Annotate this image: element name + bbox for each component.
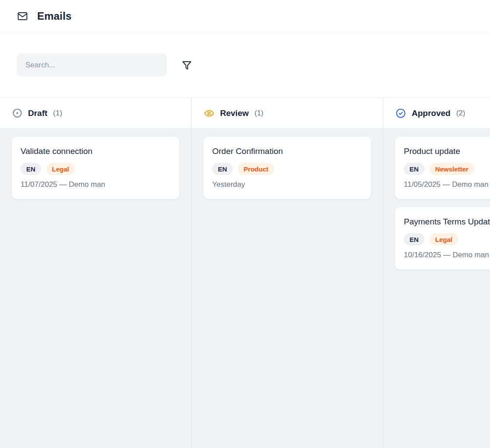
tag-badge: Newsletter [430, 163, 474, 175]
column-title: Draft [28, 108, 47, 118]
card-meta: 11/07/2025 — Demo man [21, 180, 171, 189]
filter-icon [182, 60, 192, 70]
column-draft-header: Draft (1) [0, 98, 191, 128]
email-card[interactable]: Order Confirmation EN Product Yesterday [203, 136, 371, 200]
toolbar [0, 32, 490, 98]
search-input[interactable] [17, 53, 167, 77]
card-badges: EN Newsletter [404, 163, 490, 175]
column-count: (1) [254, 109, 263, 118]
column-review-header: Review (1) [192, 98, 383, 128]
column-approved: Approved (2) Product update EN Newslette… [383, 98, 490, 448]
emails-app: Emails Draft (1) [0, 0, 490, 448]
card-meta: 10/16/2025 — Demo man [404, 251, 490, 259]
app-header: Emails [0, 0, 490, 32]
card-meta: Yesterday [212, 180, 362, 189]
column-review: Review (1) Order Confirmation EN Product… [192, 98, 383, 448]
column-approved-body: Product update EN Newsletter 11/05/2025 … [383, 128, 490, 448]
language-badge: EN [404, 233, 424, 245]
email-card[interactable]: Product update EN Newsletter 11/05/2025 … [395, 136, 490, 200]
language-badge: EN [212, 163, 233, 175]
column-title: Approved [412, 108, 451, 118]
card-badges: EN Legal [404, 233, 490, 245]
kanban-board: Draft (1) Validate connection EN Legal 1… [0, 98, 490, 448]
card-badges: EN Legal [21, 163, 171, 175]
email-card[interactable]: Validate connection EN Legal 11/07/2025 … [11, 136, 180, 200]
filter-button[interactable] [182, 60, 192, 70]
tag-badge: Product [238, 163, 274, 175]
circle-dot-icon [12, 108, 22, 118]
column-review-body: Order Confirmation EN Product Yesterday [192, 128, 383, 448]
card-badges: EN Product [212, 163, 362, 175]
mail-icon [17, 11, 28, 21]
column-approved-header: Approved (2) [383, 98, 490, 128]
check-circle-icon [396, 108, 406, 119]
card-title: Validate connection [21, 147, 171, 156]
column-title: Review [220, 108, 248, 118]
page-title: Emails [37, 10, 72, 22]
column-count: (1) [53, 109, 62, 118]
card-meta: 11/05/2025 — Demo man [404, 180, 490, 189]
language-badge: EN [404, 163, 424, 175]
email-card[interactable]: Payments Terms Update EN Legal 10/16/202… [395, 206, 490, 270]
tag-badge: Legal [430, 233, 458, 245]
column-count: (2) [456, 109, 466, 118]
language-badge: EN [21, 163, 41, 175]
card-title: Order Confirmation [212, 147, 362, 156]
card-title: Product update [404, 147, 490, 156]
card-title: Payments Terms Update [404, 217, 490, 227]
eye-icon [204, 108, 214, 119]
column-draft-body: Validate connection EN Legal 11/07/2025 … [0, 128, 191, 448]
tag-badge: Legal [46, 163, 75, 175]
column-draft: Draft (1) Validate connection EN Legal 1… [0, 98, 192, 448]
